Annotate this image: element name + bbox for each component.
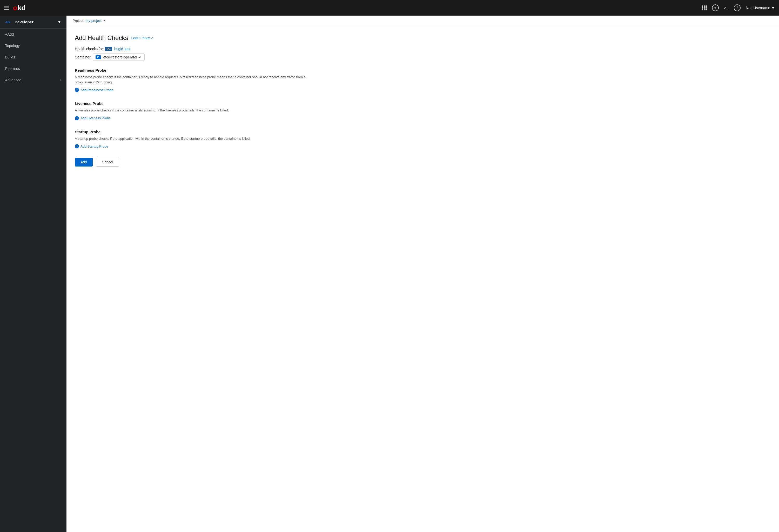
user-menu[interactable]: Ned Username ▼ xyxy=(746,6,775,10)
liveness-probe-description: A liveness probe checks if the container… xyxy=(75,108,308,113)
page-title: Add Health Checks xyxy=(75,34,128,42)
add-button[interactable]: Add xyxy=(75,158,93,167)
sidebar-item-pipelines[interactable]: Pipelines xyxy=(0,63,66,74)
hamburger-menu[interactable] xyxy=(4,6,9,10)
project-name[interactable]: my-project xyxy=(86,19,102,22)
readiness-probe-title: Readiness Probe xyxy=(75,68,771,72)
sidebar-item-topology[interactable]: Topology xyxy=(0,40,66,51)
project-chevron-icon[interactable]: ▼ xyxy=(103,19,106,22)
add-readiness-probe-label: Add Readiness Probe xyxy=(80,88,113,92)
logo-o: o xyxy=(13,4,17,12)
container-select[interactable]: C etcd-restore-operator xyxy=(93,54,144,61)
container-dropdown[interactable]: etcd-restore-operator xyxy=(102,55,142,59)
brigid-link[interactable]: brigid-test xyxy=(114,47,130,51)
sidebar-role-selector[interactable]: </> Developer ▼ xyxy=(0,15,66,28)
add-readiness-probe-link[interactable]: + Add Readiness Probe xyxy=(75,88,771,92)
health-checks-for-label: Health checks for xyxy=(75,47,103,51)
user-name: Ned Username xyxy=(746,6,770,10)
sidebar-item-builds[interactable]: Builds xyxy=(0,51,66,63)
help-icon[interactable]: ? xyxy=(734,4,740,11)
liveness-plus-icon: + xyxy=(75,116,79,120)
sidebar-topology-label: Topology xyxy=(5,44,20,48)
sidebar: </> Developer ▼ +Add Topology Builds Pip… xyxy=(0,15,66,532)
sidebar-pipelines-label: Pipelines xyxy=(5,66,20,71)
page-content: Add Health Checks Learn more ↗ Health ch… xyxy=(66,26,779,175)
startup-probe-description: A startup probe checks if the applicatio… xyxy=(75,136,308,141)
readiness-probe-section: Readiness Probe A readiness probe checks… xyxy=(75,68,771,92)
terminal-icon[interactable]: >_ xyxy=(724,5,729,10)
add-liveness-probe-label: Add Liveness Probe xyxy=(80,116,111,120)
user-chevron-icon: ▼ xyxy=(771,6,775,10)
container-selector-row: Container C etcd-restore-operator xyxy=(75,54,771,61)
sidebar-item-add[interactable]: +Add xyxy=(0,28,66,40)
readiness-plus-icon: + xyxy=(75,88,79,92)
sidebar-advanced-chevron-icon: › xyxy=(60,78,61,82)
apps-icon[interactable] xyxy=(702,5,707,10)
sidebar-item-advanced[interactable]: Advanced › xyxy=(0,74,66,86)
startup-plus-icon: + xyxy=(75,144,79,148)
external-link-icon: ↗ xyxy=(151,36,153,40)
cancel-button[interactable]: Cancel xyxy=(96,158,119,167)
dc-badge: DC xyxy=(105,47,112,51)
topnav-right: + >_ ? Ned Username ▼ xyxy=(702,4,775,11)
action-buttons: Add Cancel xyxy=(75,158,771,167)
okd-logo: okd xyxy=(13,4,25,12)
container-c-badge: C xyxy=(96,55,101,59)
sidebar-advanced-label: Advanced xyxy=(5,78,21,82)
readiness-probe-description: A readiness probe checks if the containe… xyxy=(75,74,308,85)
main-content: Project: my-project ▼ Add Health Checks … xyxy=(66,15,779,532)
page-title-row: Add Health Checks Learn more ↗ xyxy=(75,34,771,42)
logo-rest: kd xyxy=(18,4,25,12)
learn-more-link[interactable]: Learn more ↗ xyxy=(131,36,153,40)
add-icon[interactable]: + xyxy=(712,4,719,11)
liveness-probe-title: Liveness Probe xyxy=(75,101,771,106)
container-label: Container xyxy=(75,55,91,59)
startup-probe-title: Startup Probe xyxy=(75,130,771,134)
sidebar-role-label: Developer xyxy=(14,20,34,24)
learn-more-label: Learn more xyxy=(131,36,150,40)
liveness-probe-section: Liveness Probe A liveness probe checks i… xyxy=(75,101,771,120)
project-label: Project: xyxy=(73,19,84,22)
topnav: okd + >_ ? Ned Username ▼ xyxy=(0,0,779,15)
health-checks-for-row: Health checks for DC brigid-test xyxy=(75,47,771,51)
sidebar-role-chevron-icon: ▼ xyxy=(57,20,61,24)
add-liveness-probe-link[interactable]: + Add Liveness Probe xyxy=(75,116,771,120)
developer-icon: </> xyxy=(5,20,10,24)
startup-probe-section: Startup Probe A startup probe checks if … xyxy=(75,130,771,149)
add-startup-probe-link[interactable]: + Add Startup Probe xyxy=(75,144,771,148)
sidebar-builds-label: Builds xyxy=(5,55,15,59)
project-bar: Project: my-project ▼ xyxy=(66,15,779,26)
add-startup-probe-label: Add Startup Probe xyxy=(80,144,108,148)
sidebar-add-label: +Add xyxy=(5,32,14,36)
